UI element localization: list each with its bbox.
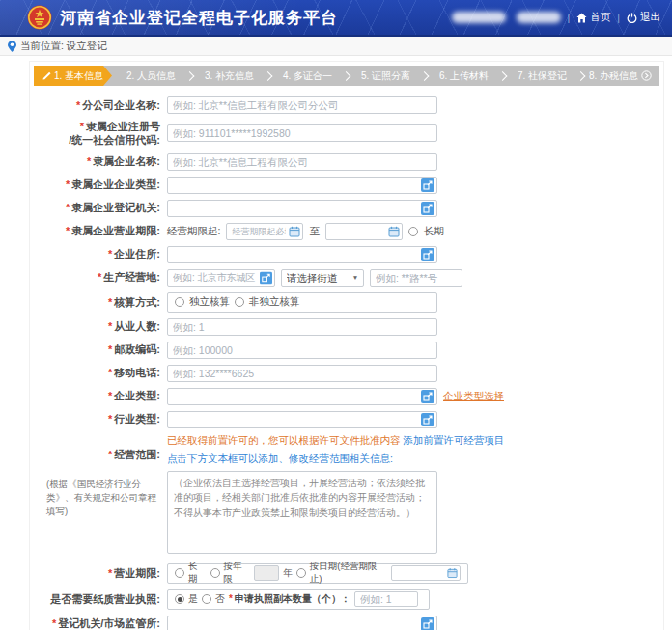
logout-label: 退出 xyxy=(640,11,660,24)
add-pre-license-link[interactable]: 添加前置许可经营项目 xyxy=(403,434,504,446)
national-emblem-icon xyxy=(27,5,52,30)
circled-chevron-right-icon[interactable] xyxy=(641,70,652,81)
breadcrumb-text: 当前位置: 设立登记 xyxy=(20,40,107,53)
parent-code-input[interactable] xyxy=(167,124,437,142)
branch-name-label: 分公司企业名称: xyxy=(82,99,160,111)
industry-type-input[interactable] xyxy=(167,411,437,428)
field-reg-authority: *登记机关/市场监管所: xyxy=(34,616,659,630)
term-date-label[interactable]: 按日期(经营期限止) xyxy=(310,561,387,586)
term-long-radio[interactable] xyxy=(175,568,184,578)
required-mark: * xyxy=(108,449,112,460)
address-input[interactable] xyxy=(167,246,437,263)
tab-label: 5. 证照分离 xyxy=(361,69,410,83)
picker-icon[interactable] xyxy=(421,390,434,403)
picker-icon[interactable] xyxy=(421,178,434,192)
scope-tip-orange: 已经取得前置许可的，您可以根据许可文件批准内容 xyxy=(167,434,403,446)
calendar-icon[interactable] xyxy=(388,226,400,237)
required-mark: * xyxy=(108,390,112,401)
paper-no-label[interactable]: 否 xyxy=(215,592,225,606)
required-mark: * xyxy=(80,121,84,132)
tab-cert-separation[interactable]: 5. 证照分离 xyxy=(347,66,425,86)
employees-input[interactable] xyxy=(167,318,437,336)
home-link[interactable]: 首页 xyxy=(576,11,610,24)
term-years-input[interactable] xyxy=(254,565,279,581)
tab-label: 2. 人员信息 xyxy=(126,69,176,83)
address-label: 企业住所: xyxy=(114,248,160,260)
picker-icon[interactable] xyxy=(421,617,434,630)
required-mark: * xyxy=(66,225,70,236)
scope-label: 经营范围: xyxy=(114,449,160,460)
tab-supplementary-info[interactable]: 3. 补充信息 xyxy=(190,66,268,86)
mobile-label: 移动电话: xyxy=(114,367,160,378)
paper-no-radio[interactable] xyxy=(202,594,211,604)
parent-name-input[interactable] xyxy=(167,153,437,171)
non-independent-accounting-label[interactable]: 非独立核算 xyxy=(249,295,300,309)
tab-label: 6. 上传材料 xyxy=(439,69,489,83)
breadcrumb: 当前位置: 设立登记 xyxy=(0,37,672,56)
tab-tax-info[interactable]: 8. 办税信息 xyxy=(581,66,659,86)
term-years-label[interactable]: 按年限 xyxy=(224,561,251,586)
username-blurred xyxy=(452,12,506,23)
field-parent-name: *隶属企业名称: xyxy=(34,153,659,171)
parent-name-label: 隶属企业名称: xyxy=(93,155,160,167)
paper-yes-radio[interactable] xyxy=(175,594,184,604)
parent-term-long-label[interactable]: 长期 xyxy=(424,225,444,238)
parent-authority-input[interactable] xyxy=(167,200,437,217)
road-input[interactable] xyxy=(370,269,462,287)
field-parent-type: *隶属企业企业类型: xyxy=(34,177,659,194)
independent-accounting-label[interactable]: 独立核算 xyxy=(189,295,230,309)
tab-label: 7. 社保登记 xyxy=(518,69,567,83)
page-title: 河南省企业登记全程电子化服务平台 xyxy=(60,7,338,29)
picker-icon[interactable] xyxy=(421,413,434,426)
calendar-icon[interactable] xyxy=(289,226,300,237)
term-label: 营业期限: xyxy=(114,567,160,579)
tab-personnel-info[interactable]: 2. 人员信息 xyxy=(112,66,190,86)
reg-authority-input[interactable] xyxy=(167,616,437,630)
tab-label: 3. 补充信息 xyxy=(205,69,254,83)
mobile-input[interactable] xyxy=(167,365,437,382)
required-mark: * xyxy=(52,617,56,629)
reg-authority-label: 登记机关/市场监管所: xyxy=(58,617,160,629)
paper-yes-label[interactable]: 是 xyxy=(188,592,198,606)
tab-upload-materials[interactable]: 6. 上传材料 xyxy=(425,66,503,86)
accounting-label: 核算方式: xyxy=(114,296,160,308)
field-parent-term: *隶属企业营业期限: 经营期限起: 至 长期 xyxy=(34,223,659,240)
picker-icon[interactable] xyxy=(421,248,434,261)
required-mark: * xyxy=(108,567,112,579)
required-mark: * xyxy=(66,202,70,213)
tab-social-security[interactable]: 7. 社保登记 xyxy=(503,66,581,86)
parent-type-input[interactable] xyxy=(167,177,437,194)
required-mark: * xyxy=(108,367,112,378)
non-independent-accounting-radio[interactable] xyxy=(235,297,244,307)
ent-type-input[interactable] xyxy=(167,388,437,405)
street-select[interactable]: 请选择街道 xyxy=(281,269,364,287)
required-mark: * xyxy=(76,99,80,111)
term-years-radio[interactable] xyxy=(210,568,220,578)
year-unit-label: 年 xyxy=(283,567,293,580)
postcode-input[interactable] xyxy=(167,342,437,359)
term-to-label: 至 xyxy=(309,225,320,238)
scope-note: (根据《国民经济行业分类》、有关规定和公司章程填写) xyxy=(46,478,160,517)
business-place-label: 生产经营地: xyxy=(103,271,160,283)
field-scope: *经营范围: (根据《国民经济行业分类》、有关规定和公司章程填写) 已经取得前置… xyxy=(34,434,659,558)
ent-type-select-link[interactable]: 企业类型选择 xyxy=(443,390,504,403)
calendar-icon[interactable] xyxy=(447,568,458,579)
picker-icon[interactable] xyxy=(260,271,272,284)
branch-name-input[interactable] xyxy=(167,96,437,114)
parent-authority-label: 隶属企业登记机关: xyxy=(71,202,160,213)
home-icon xyxy=(576,13,587,23)
term-long-label[interactable]: 长期 xyxy=(188,561,207,586)
term-date-radio[interactable] xyxy=(296,568,306,578)
tab-basic-info[interactable]: 1. 基本信息 xyxy=(34,66,112,86)
location-pin-icon xyxy=(8,41,16,52)
field-industry-type: *行业类型: xyxy=(34,411,659,428)
parent-term-long-radio[interactable] xyxy=(408,227,418,236)
copies-input[interactable] xyxy=(354,591,418,607)
home-label: 首页 xyxy=(590,11,610,24)
independent-accounting-radio[interactable] xyxy=(175,297,184,307)
tab-multi-cert[interactable]: 4. 多证合一 xyxy=(268,66,347,86)
logout-link[interactable]: 退出 xyxy=(627,11,660,24)
employees-label: 从业人数: xyxy=(114,320,160,332)
picker-icon[interactable] xyxy=(421,202,434,215)
scope-textarea[interactable]: （企业依法自主选择经营项目，开展经营活动；依法须经批准的项目，经相关部门批准后依… xyxy=(167,471,437,554)
